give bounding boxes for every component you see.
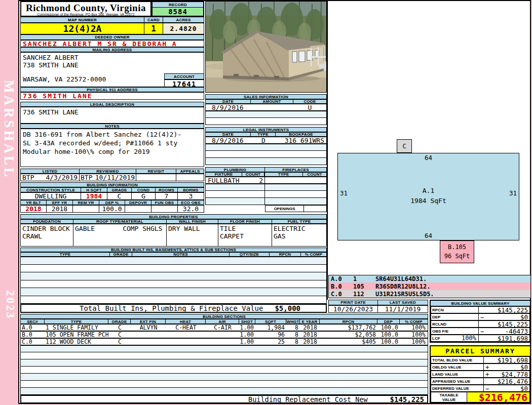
sec-num: A.0 bbox=[21, 325, 45, 331]
sec-grade: C bbox=[108, 325, 131, 331]
parcel-row: LAND VALUE + $24,778 bbox=[431, 371, 530, 378]
value-summary-row: RCLND $145,225 bbox=[431, 320, 530, 328]
builtins-headers: TYPE GRADE NOTES QTY/SIZE RPCN % COMP bbox=[20, 252, 327, 257]
reviewed-by: BTP bbox=[81, 174, 92, 181]
sec-heat bbox=[166, 332, 206, 338]
sec-dep: 100.0 bbox=[377, 339, 400, 345]
building-info-label: BUILDING INFORMATION bbox=[20, 182, 204, 187]
building-section-row: A.0 1 SINGLE FAMILY C ALVYN C-HEAT C-AIR… bbox=[20, 324, 428, 331]
property-record-card: MARSHALL 2023 Richmond County, Virginia … bbox=[0, 0, 532, 405]
fireplace-count-label: COUNT bbox=[302, 172, 327, 177]
empty-row bbox=[205, 151, 327, 158]
vs-row-value-cell: $191,698 bbox=[478, 335, 530, 342]
parcel-row-value-cell: + $0 bbox=[483, 363, 530, 371]
building-section-row: C.0 112 WOOD DECK C 1.00 25 8 2018 $405 … bbox=[20, 338, 428, 345]
parcel-value: $191,698 bbox=[498, 356, 528, 363]
parcel-value: $24,778 bbox=[501, 371, 528, 378]
building-properties-values: CINDER BLOCK CRAWL GABLE COMP SHGLS DRY … bbox=[20, 224, 327, 247]
parcel-value: $0 bbox=[520, 363, 528, 371]
listed-by: BTP bbox=[22, 174, 34, 181]
parcel-row: DEFERRED VALUE − $0 bbox=[431, 385, 530, 392]
map-number-value: 12(4)2A bbox=[20, 23, 144, 34]
effyr-value: 2018 bbox=[46, 205, 73, 213]
cond-label: COND bbox=[131, 187, 156, 192]
col-header: DEP bbox=[377, 319, 400, 324]
bdrms-label: BDRMS bbox=[177, 187, 204, 192]
parcel-row-label: TOTAL BLDG VALUE bbox=[431, 356, 484, 363]
sec-extfin bbox=[131, 339, 166, 345]
listed-date: 4/3/2019 bbox=[46, 174, 78, 181]
sale-date: 8/9/2016 bbox=[206, 104, 251, 110]
mailing-address-box: SANCHEZ ALBERT 738 SMITH LANE WARSAW, VA… bbox=[20, 52, 204, 87]
builtins-total-label: Total Built Ins, Plumbing & Fireplace Va… bbox=[80, 305, 263, 312]
parcel-summary-label: PARCEL SUMMARY bbox=[431, 346, 530, 356]
instruments-headers: DATE TYPE BOOKPAGE bbox=[205, 132, 327, 137]
print-date-value: 10/26/2023 bbox=[328, 305, 378, 313]
construction-style-label: CONSTRUCTION STYLE bbox=[20, 187, 81, 192]
parcel-row-value-cell: + $24,778 bbox=[483, 371, 530, 378]
empty-row bbox=[20, 352, 428, 359]
parcel-op: + bbox=[485, 363, 489, 371]
instrument-date: 8/9/2016 bbox=[206, 137, 251, 143]
vs-value: $145,225 bbox=[498, 320, 528, 328]
col-header: % COMP bbox=[399, 319, 428, 324]
sec-num: B.0 bbox=[21, 332, 45, 338]
fireplaces-label: FIREPLACES bbox=[264, 167, 327, 172]
instrument-date-label: DATE bbox=[205, 132, 251, 137]
depovr-label: DEPOVR bbox=[125, 200, 151, 205]
floor-line: TILE bbox=[220, 225, 236, 232]
wall-finish-value: DRY WALL bbox=[166, 224, 218, 247]
col-header: TYPE bbox=[44, 319, 108, 324]
listed-label: LISTED bbox=[20, 169, 80, 174]
rooms-label: ROOMS bbox=[155, 187, 178, 192]
notes-box: DB 316-691 from Albert Sanchez (12(4)2)-… bbox=[20, 129, 204, 167]
vs-row-label: DEP bbox=[431, 313, 479, 320]
grade-label: GRADE bbox=[107, 187, 132, 192]
sec-comp: 100% bbox=[400, 339, 428, 345]
replacement-cost-row: Building Replacement Cost New $145,225 bbox=[20, 395, 428, 403]
parcel-row-label: LAND VALUE bbox=[431, 371, 484, 378]
legal-instruments-label: LEGAL INSTRUMENTS bbox=[205, 127, 327, 132]
legend-num: 112 bbox=[353, 291, 375, 298]
empty-row bbox=[20, 257, 327, 265]
wall-finish-label: WALL FINISH bbox=[166, 219, 218, 224]
reviewed-date: 10/11/2019 bbox=[95, 174, 135, 181]
building-properties-headers: FOUNDATION ROOF TYPE/MATERIAL WALL FINIS… bbox=[20, 219, 327, 224]
parcel-row-label: OBLDG VALUE bbox=[431, 363, 484, 371]
value-summary-row: RPCN $145,225 bbox=[431, 306, 530, 313]
empty-row bbox=[205, 184, 327, 191]
note-line: SL 3-43A recorded w/deed; P#11066 1 sty bbox=[23, 139, 177, 146]
remyr-label: REM YR bbox=[72, 200, 99, 205]
sec-sqft: 1,984 bbox=[255, 325, 287, 331]
sec-rpcn: $405 bbox=[320, 339, 378, 345]
empty-row bbox=[20, 265, 327, 273]
vs-row-label: RPCN bbox=[431, 306, 479, 313]
legend-row: C.0 112 U31R21SR5U5L5D5. bbox=[328, 290, 531, 298]
col-header: AIR bbox=[205, 319, 239, 324]
effyr-label: EFF YR bbox=[46, 200, 73, 205]
empty-row bbox=[20, 381, 428, 388]
sec-whgt: 8 bbox=[286, 339, 300, 345]
county-subtitle: Commissioner of the Revenue, PO Box 366,… bbox=[21, 13, 150, 16]
vs-row-label-cell: LCF 100% bbox=[431, 335, 479, 342]
foundation-line: CRAWL bbox=[22, 232, 42, 240]
property-photo bbox=[205, 1, 327, 93]
deeded-owner-value: SANCHEZ ALBERT M SR & DEBORAH A bbox=[20, 40, 204, 47]
hsqft-value: 1984 bbox=[81, 192, 107, 200]
ecoobs-label: ECO OBS bbox=[177, 200, 204, 205]
instrument-type-label: TYPE bbox=[250, 132, 276, 137]
building-sections-label: BUILDING SECTIONS bbox=[20, 314, 428, 319]
taxable-label-cell: TAXABLE VALUE bbox=[431, 392, 467, 402]
col-header: RPCN bbox=[319, 319, 377, 324]
empty-row bbox=[20, 388, 428, 395]
note-line: DB 316-691 from Albert Sanchez (12(4)2)- bbox=[23, 131, 181, 138]
value-summary-row: DEP − $0 bbox=[431, 313, 530, 320]
taxable-label-line: TAXABLE bbox=[439, 393, 458, 397]
value-summary-row: LCF 100% $191,698 bbox=[431, 335, 530, 342]
sketch-section-c: C bbox=[397, 139, 412, 153]
builtins-rpcn-label: RPCN bbox=[269, 252, 301, 257]
empty-row bbox=[205, 144, 327, 151]
listed-value: BTP 4/3/2019 bbox=[20, 174, 80, 181]
empty-row bbox=[205, 158, 327, 165]
plumbing-fireplaces-divider bbox=[264, 167, 265, 205]
